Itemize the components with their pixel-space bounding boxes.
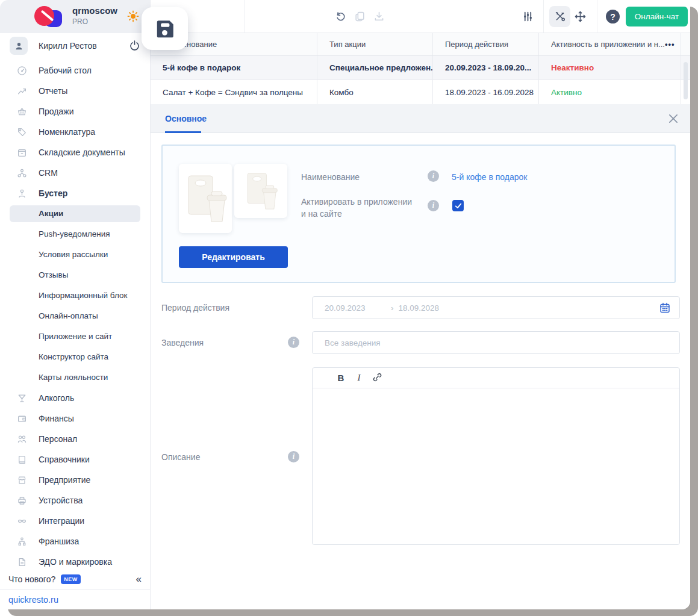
- promo-image-large[interactable]: [179, 164, 232, 233]
- info-icon[interactable]: i: [288, 337, 299, 348]
- sidebar-item-label: Номенклатура: [39, 127, 95, 137]
- tools-icon: [554, 11, 566, 22]
- tools-mode-button[interactable]: [549, 6, 570, 27]
- sidebar-subitem-loyalty-cards[interactable]: Карты лояльности: [0, 367, 150, 388]
- copy-icon[interactable]: [354, 11, 366, 25]
- detail-panel-body: Наименование i 5-й кофе в подарок Активи…: [151, 134, 690, 609]
- info-icon[interactable]: i: [428, 170, 439, 182]
- sidebar-item-directories[interactable]: Справочники: [0, 449, 150, 470]
- topbar: ? Онлайн-чат: [151, 0, 690, 33]
- info-icon[interactable]: i: [288, 451, 299, 462]
- table-row[interactable]: Салат + Кофе = Сэндвич за полцены Комбо …: [151, 80, 690, 104]
- sidebar-subitem-promotions[interactable]: Акции: [10, 205, 140, 222]
- column-settings-icon[interactable]: [522, 11, 534, 25]
- franchise-icon: [17, 537, 27, 547]
- sidebar-item-devices[interactable]: Устройства: [0, 490, 150, 511]
- printer-icon: [17, 496, 27, 506]
- avatar: [10, 37, 28, 55]
- column-header-label: Активность в приложении и н...: [551, 40, 665, 49]
- online-chat-button[interactable]: Онлайн-чат: [626, 7, 688, 26]
- table-options-button[interactable]: •••: [665, 40, 675, 49]
- italic-button[interactable]: I: [350, 373, 368, 383]
- staff-icon: [17, 434, 27, 444]
- promo-summary-card: Наименование i 5-й кофе в подарок Активи…: [161, 145, 676, 283]
- subitem-label: Конструктор сайта: [39, 352, 108, 361]
- cell-name: Салат + Кофе = Сэндвич за полцены: [151, 80, 317, 104]
- brand-plan: PRO: [72, 17, 88, 26]
- editor-toolbar: B I: [313, 368, 679, 388]
- activate-label: Активировать в приложении и на сайте: [301, 196, 416, 220]
- sidebar-subitem-infoblock[interactable]: Информационный блок: [0, 285, 150, 306]
- collapse-sidebar-icon[interactable]: «: [136, 573, 142, 585]
- toolbar-divider: [244, 0, 245, 33]
- crm-icon: [17, 168, 27, 178]
- period-to-value[interactable]: 18.09.2028: [399, 303, 440, 313]
- tab-main[interactable]: Основное: [165, 104, 207, 132]
- sidebar-item-booster[interactable]: Бустер: [0, 183, 150, 204]
- period-field[interactable]: 20.09.2023 › 18.09.2028: [312, 296, 680, 319]
- user-name: Кирилл Рестов: [39, 41, 97, 51]
- sidebar-item-enterprise[interactable]: Предприятие: [0, 470, 150, 490]
- activate-checkbox[interactable]: [452, 200, 464, 211]
- sidebar-item-label: Бустер: [39, 188, 67, 198]
- storefront-icon: [17, 475, 27, 485]
- cell-period: 18.09.2023 - 16.09.2028: [433, 80, 539, 104]
- sidebar-subitem-app-site[interactable]: Приложение и сайт: [0, 326, 150, 347]
- sidebar-item-label: CRM: [39, 168, 58, 178]
- bold-button[interactable]: B: [332, 373, 350, 383]
- sidebar-item-nomenclature[interactable]: Номенклатура: [0, 122, 150, 142]
- sidebar-item-label: Персонал: [39, 434, 77, 444]
- sidebar-item-desktop[interactable]: Рабочий стол: [0, 60, 150, 81]
- sidebar-item-reports[interactable]: Отчеты: [0, 81, 150, 101]
- promo-image-small[interactable]: [234, 164, 287, 218]
- info-icon[interactable]: i: [428, 200, 439, 211]
- sidebar-subitem-site-builder[interactable]: Конструктор сайта: [0, 347, 150, 367]
- calendar-icon[interactable]: [659, 302, 671, 314]
- move-mode-icon[interactable]: [575, 11, 586, 25]
- sidebar-item-franchise[interactable]: Франшиза: [0, 531, 150, 552]
- save-button[interactable]: [142, 7, 188, 50]
- new-badge: NEW: [61, 574, 81, 584]
- site-link-row: quickresto.ru: [0, 590, 150, 609]
- subitem-label: Онлайн-оплаты: [39, 311, 98, 320]
- whats-new-link[interactable]: Что нового?: [8, 574, 55, 584]
- sidebar-item-integrations[interactable]: Интеграции: [0, 511, 150, 531]
- sidebar-subitem-mailing[interactable]: Условия рассылки: [0, 244, 150, 265]
- sidebar-item-finance[interactable]: Финансы: [0, 408, 150, 429]
- column-header-activity[interactable]: Активность в приложении и н... •••: [539, 33, 681, 55]
- sidebar-subitem-reviews[interactable]: Отзывы: [0, 265, 150, 285]
- edit-button[interactable]: Редактировать: [179, 246, 288, 268]
- description-textarea[interactable]: [313, 388, 679, 545]
- quickresto-link[interactable]: quickresto.ru: [8, 595, 58, 605]
- logout-power-icon[interactable]: [129, 40, 141, 52]
- sales-basket-icon: [17, 107, 27, 117]
- sidebar-subitem-payments[interactable]: Онлайн-оплаты: [0, 306, 150, 326]
- column-header-type[interactable]: Тип акции: [317, 33, 433, 55]
- close-icon[interactable]: [667, 113, 679, 125]
- subitem-label: Push-уведомления: [39, 229, 110, 238]
- download-icon[interactable]: [373, 11, 385, 25]
- sidebar-subitem-push[interactable]: Push-уведомления: [0, 224, 150, 244]
- venues-input[interactable]: [325, 338, 671, 347]
- sidebar-item-alcohol[interactable]: Алкоголь: [0, 388, 150, 408]
- sidebar-item-sales[interactable]: Продажи: [0, 101, 150, 122]
- sidebar-item-staff[interactable]: Персонал: [0, 429, 150, 449]
- tab-underline: [165, 131, 201, 133]
- table-scrollbar[interactable]: [684, 62, 688, 99]
- chevron-right-icon: ›: [391, 303, 394, 313]
- theme-sun-icon[interactable]: [126, 10, 140, 23]
- sidebar-item-crm[interactable]: CRM: [0, 163, 150, 183]
- link-icon: [372, 372, 382, 382]
- table-row[interactable]: 5-й кофе в подарок Специальное предложен…: [151, 56, 690, 80]
- user-row[interactable]: Кирилл Рестов: [0, 33, 150, 60]
- column-header-period[interactable]: Период действия: [433, 33, 539, 55]
- tag-icon: [17, 127, 27, 137]
- period-from-value[interactable]: 20.09.2023: [325, 303, 391, 313]
- promo-name-value[interactable]: 5-й кофе в подарок: [452, 172, 527, 182]
- help-icon[interactable]: ?: [606, 10, 620, 23]
- sidebar-item-label: Продажи: [39, 107, 73, 116]
- cell-name: 5-й кофе в подарок: [151, 56, 317, 79]
- undo-icon[interactable]: [335, 11, 346, 25]
- link-button[interactable]: [368, 372, 386, 384]
- sidebar-item-warehouse[interactable]: Складские документы: [0, 142, 150, 163]
